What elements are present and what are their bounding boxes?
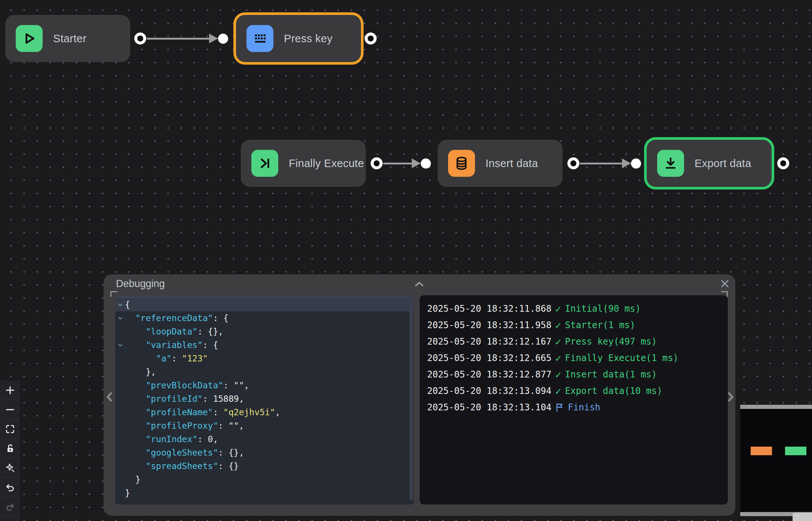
json-code-line: } <box>115 486 414 500</box>
json-code-line: "runIndex": 0, <box>115 432 414 446</box>
node-input-port[interactable] <box>631 158 641 169</box>
json-code-line: "profileId": 15889, <box>115 392 414 406</box>
code-text: "profileId": 15889, <box>125 392 244 406</box>
magic-star-icon <box>4 462 16 474</box>
log-timestamp: 2025-05-20 18:32:12.877 <box>427 369 551 380</box>
zoom-in-button[interactable] <box>0 380 20 400</box>
check-icon: ✓ <box>555 320 561 331</box>
gutter-spacer <box>115 419 125 432</box>
annotate-button[interactable] <box>0 458 20 478</box>
json-code-line: "prevBlockData": "", <box>115 379 414 392</box>
log-step-label: Export data(10 ms) <box>565 386 662 396</box>
minimap[interactable] <box>740 405 812 516</box>
code-text: "runIndex": 0, <box>125 432 218 446</box>
code-text: "a": "123" <box>125 352 208 365</box>
prev-page-button[interactable] <box>105 391 114 404</box>
node-output-port[interactable] <box>371 157 383 169</box>
flow-node-finally-execute[interactable]: Finally Execute <box>241 140 366 187</box>
skip-end-icon <box>251 150 278 177</box>
log-timestamp: 2025-05-20 18:32:13.104 <box>427 402 551 413</box>
node-output-port[interactable] <box>365 33 377 44</box>
chevron-left-icon <box>105 391 114 403</box>
close-icon <box>718 277 731 290</box>
log-step-label: Insert data(1 ms) <box>565 369 657 380</box>
editor-scrollbar[interactable] <box>410 299 413 500</box>
node-input-port[interactable] <box>421 158 431 169</box>
keyboard-icon <box>246 25 273 52</box>
log-timestamp: 2025-05-20 18:32:11.958 <box>427 320 551 330</box>
log-step-label: Finish <box>568 402 600 413</box>
check-icon: ✓ <box>555 336 561 348</box>
json-code-line: "profileName": "q2ejhv5i", <box>115 406 414 419</box>
check-icon: ✓ <box>555 352 561 364</box>
gutter-spacer <box>115 473 125 486</box>
debug-log-panel: 2025-05-20 18:32:11.868✓Initial(90 ms)20… <box>420 295 728 505</box>
json-code-line: "a": "123" <box>115 352 414 365</box>
code-text: "profileProxy": "", <box>125 419 244 432</box>
node-input-port[interactable] <box>218 34 228 44</box>
gutter-spacer <box>115 352 125 365</box>
chevron-up-icon <box>414 281 425 287</box>
code-text: "loopData": {}, <box>125 325 223 338</box>
gutter-spacer <box>115 392 125 406</box>
json-code-line: "referenceData": { <box>115 311 414 325</box>
gutter-spacer <box>115 379 125 392</box>
log-entry: 2025-05-20 18:32:13.104Finish <box>427 399 728 416</box>
fold-toggle-icon[interactable] <box>115 338 125 352</box>
close-panel-button[interactable] <box>718 277 731 291</box>
json-code-line: { <box>115 298 414 311</box>
log-step-label: Finally Execute(1 ms) <box>565 353 678 363</box>
log-timestamp: 2025-05-20 18:32:12.167 <box>427 336 551 347</box>
database-icon <box>448 150 475 177</box>
zoom-out-button[interactable] <box>0 400 20 419</box>
edge-arrowhead <box>209 34 218 43</box>
edge-arrowhead <box>622 158 631 168</box>
log-entry: 2025-05-20 18:32:11.868✓Initial(90 ms) <box>427 300 728 317</box>
undo-button[interactable] <box>0 478 20 497</box>
check-icon: ✓ <box>555 369 561 380</box>
code-text: "spreadSheets": {} <box>125 459 239 473</box>
debug-json-editor[interactable]: { "referenceData": { "loopData": {}, "va… <box>115 295 414 505</box>
flow-node-press-key[interactable]: Press key <box>236 15 361 62</box>
code-text: "referenceData": { <box>125 311 229 325</box>
flow-node-insert-data[interactable]: Insert data <box>438 140 563 187</box>
canvas-toolbar <box>0 380 20 521</box>
flow-node-export-data[interactable]: Export data <box>647 140 772 187</box>
json-code-line: "googleSheets": {}, <box>115 446 414 459</box>
lock-open-icon <box>5 443 15 454</box>
node-output-port[interactable] <box>134 33 146 44</box>
undo-icon <box>4 482 16 493</box>
debugging-panel: Debugging { "referenceData": { "loopData… <box>104 274 735 516</box>
code-text: "variables": { <box>125 338 218 352</box>
minimap-node-insert-data <box>751 447 772 455</box>
fold-toggle-icon[interactable] <box>115 311 125 325</box>
redo-button[interactable] <box>0 497 20 517</box>
code-text: } <box>125 486 130 500</box>
gutter-spacer <box>115 459 125 473</box>
gutter-spacer <box>115 325 125 338</box>
download-icon <box>657 150 684 177</box>
edge-connector-line <box>383 163 412 164</box>
gutter-spacer <box>115 432 125 446</box>
minimap-viewport <box>793 513 812 521</box>
plus-icon <box>4 385 16 396</box>
log-entry: 2025-05-20 18:32:12.877✓Insert data(1 ms… <box>427 366 728 383</box>
json-code-line: "loopData": {}, <box>115 325 414 338</box>
log-entry: 2025-05-20 18:32:11.958✓Starter(1 ms) <box>427 317 728 333</box>
edge-connector-line <box>147 38 209 40</box>
editor-top-scrollbar[interactable] <box>115 295 414 298</box>
node-output-port[interactable] <box>567 157 579 169</box>
flow-canvas[interactable]: { "flow": { "nodes": [ {"id":"starter","… <box>0 0 812 521</box>
log-timestamp: 2025-05-20 18:32:11.868 <box>427 303 551 314</box>
flow-node-starter[interactable]: Starter <box>5 15 130 62</box>
fit-view-button[interactable] <box>0 419 20 439</box>
log-timestamp: 2025-05-20 18:32:13.094 <box>427 386 551 396</box>
node-output-port[interactable] <box>777 157 789 169</box>
lock-button[interactable] <box>0 439 20 458</box>
collapse-panel-button[interactable] <box>414 281 425 288</box>
gutter-spacer <box>115 486 125 500</box>
fold-toggle-icon[interactable] <box>115 298 125 311</box>
edge-arrowhead <box>412 158 421 168</box>
log-entry: 2025-05-20 18:32:13.094✓Export data(10 m… <box>427 383 728 399</box>
check-icon: ✓ <box>555 385 561 397</box>
